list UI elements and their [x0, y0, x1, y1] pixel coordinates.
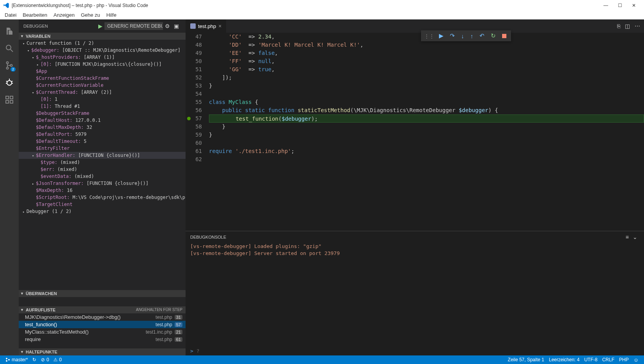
panel-clear-button[interactable]: ≡	[624, 234, 631, 240]
debug-sidebar-header: DEBUGGEN ▶ Generic Remote Debugg ▾ ⚙ ▣	[19, 19, 186, 33]
more-actions-button[interactable]: ⋯	[633, 21, 642, 31]
debug-continue-button[interactable]: ▶	[436, 32, 447, 40]
svg-point-4	[11, 65, 12, 67]
svg-rect-11	[6, 96, 9, 99]
vscode-icon	[3, 2, 9, 9]
activity-explorer[interactable]	[0, 23, 19, 40]
menu-file[interactable]: Datei	[2, 11, 19, 19]
status-problems[interactable]: ⊘ 0 ⚠ 0	[39, 357, 64, 362]
status-encoding[interactable]: UTF-8	[582, 357, 600, 362]
svg-point-5	[7, 81, 12, 85]
split-editor-button[interactable]: ◫	[623, 21, 632, 31]
debug-title: DEBUGGEN	[23, 24, 48, 28]
branch-icon	[5, 357, 10, 362]
svg-line-1	[11, 49, 13, 52]
callstack-section-header[interactable]: AUFRUFLISTE ANGEHALTEN FÜR STEP	[19, 306, 186, 313]
window-titlebar: [Extensionentwicklungshost] – test.php -…	[0, 0, 644, 11]
status-sync[interactable]: ↻	[30, 357, 39, 362]
files-icon	[5, 26, 14, 36]
svg-rect-12	[6, 100, 9, 103]
console-line: [vs-remote-debugger] Server started on p…	[190, 250, 639, 257]
status-indent[interactable]: Leerzeichen: 4	[547, 357, 582, 362]
callstack-state: ANGEHALTEN FÜR STEP	[136, 308, 182, 312]
debug-console-output[interactable]: [vs-remote-debugger] Loaded plugins: "gz…	[186, 243, 644, 346]
debug-step-back-button[interactable]: ↶	[476, 32, 488, 40]
scope-debugger[interactable]: Debugger (1 / 2)	[27, 209, 72, 214]
menu-help[interactable]: Hilfe	[103, 11, 120, 19]
debug-toolbar[interactable]: ⋮⋮ ▶ ↷ ↓ ↑ ↶ ↻	[421, 30, 511, 41]
svg-rect-13	[10, 100, 13, 103]
debug-restart-button[interactable]: ↻	[488, 32, 499, 40]
activity-search[interactable]	[0, 40, 19, 57]
menu-bar: Datei Bearbeiten Anzeigen Gehe zu Hilfe	[0, 11, 644, 19]
editor-area: test.php × ⎘ ◫ ⋯ 47484950515253545556575…	[186, 19, 644, 355]
activity-extensions[interactable]	[0, 91, 19, 108]
debug-start-button[interactable]: ▶	[96, 23, 104, 29]
editor-tab-label: test.php	[198, 23, 216, 29]
svg-rect-14	[10, 96, 13, 99]
debug-console-button[interactable]: ▣	[172, 23, 181, 29]
svg-rect-15	[190, 23, 196, 29]
status-language[interactable]: PHP	[617, 357, 631, 362]
php-file-icon	[190, 23, 196, 29]
scope-current-function[interactable]: Current function (1 / 2)	[27, 40, 94, 46]
debug-step-into-button[interactable]: ↓	[458, 32, 467, 40]
status-bar: master* ↻ ⊘ 0 ⚠ 0 Zeile 57, Spalte 1 Lee…	[0, 355, 644, 364]
activity-git[interactable]: 2	[0, 57, 19, 74]
status-cursor[interactable]: Zeile 57, Spalte 1	[506, 357, 547, 362]
toolbar-drag-handle-icon[interactable]: ⋮⋮	[423, 33, 436, 39]
menu-view[interactable]: Anzeigen	[50, 11, 78, 19]
status-feedback[interactable]: ☺	[631, 357, 641, 363]
svg-point-17	[6, 360, 7, 362]
status-git-branch[interactable]: master*	[3, 357, 30, 362]
svg-point-3	[7, 67, 9, 69]
editor-tab[interactable]: test.php ×	[186, 19, 226, 33]
compare-button[interactable]: ⎘	[616, 21, 622, 31]
svg-line-7	[6, 81, 7, 82]
editor-tabs: test.php × ⎘ ◫ ⋯	[186, 19, 644, 33]
git-changes-badge: 2	[11, 67, 16, 72]
debug-step-over-button[interactable]: ↷	[447, 32, 458, 40]
variables-section-header[interactable]: VARIABLEN	[19, 33, 186, 40]
activity-debug[interactable]	[0, 74, 19, 91]
variables-tree[interactable]: Current function (1 / 2) $debugger: [OBJ…	[19, 40, 186, 215]
callstack-frame[interactable]: MyClass::staticTestMethod() test1.inc.ph…	[19, 328, 186, 336]
callstack-frame[interactable]: test_function() test.php 57	[19, 321, 186, 328]
window-title: [Extensionentwicklungshost] – test.php -…	[12, 3, 599, 8]
debug-console-input[interactable]: > ?	[186, 346, 644, 355]
debug-settings-button[interactable]: ⚙	[163, 23, 172, 29]
debug-stop-button[interactable]	[499, 32, 510, 40]
status-eol[interactable]: CRLF	[600, 357, 617, 362]
window-maximize-button[interactable]: ☐	[613, 3, 627, 8]
tab-close-button[interactable]: ×	[218, 23, 221, 29]
svg-point-0	[6, 45, 11, 50]
window-minimize-button[interactable]: —	[599, 3, 613, 8]
bug-icon	[5, 78, 14, 87]
svg-point-18	[8, 359, 10, 360]
extensions-icon	[5, 95, 14, 104]
window-close-button[interactable]: ✕	[627, 3, 641, 8]
menu-go[interactable]: Gehe zu	[78, 11, 103, 19]
console-line: [vs-remote-debugger] Loaded plugins: "gz…	[190, 243, 639, 250]
svg-point-2	[7, 62, 9, 64]
search-icon	[5, 44, 14, 53]
panel-toggle-button[interactable]: ⌄	[631, 234, 639, 240]
activity-bar: 2	[0, 19, 19, 355]
svg-point-16	[6, 358, 7, 359]
debug-console-panel: DEBUGKONSOLE ≡ ⌄ [vs-remote-debugger] Lo…	[186, 231, 644, 355]
breakpoints-section-header[interactable]: HALTEPUNKTE	[19, 348, 186, 355]
callstack-frame[interactable]: MJK\Diagnostics\RemoteDebugger->dbg() te…	[19, 313, 186, 321]
code-editor[interactable]: 47484950515253545556575859606162 'CC' =>…	[186, 33, 644, 231]
debug-config-select[interactable]: Generic Remote Debugg ▾	[104, 22, 163, 30]
callstack-list: MJK\Diagnostics\RemoteDebugger->dbg() te…	[19, 313, 186, 343]
callstack-frame[interactable]: require test.php 61	[19, 336, 186, 343]
menu-edit[interactable]: Bearbeiten	[19, 11, 50, 19]
panel-tab-debugconsole[interactable]: DEBUGKONSOLE	[190, 235, 226, 239]
debug-sidebar: DEBUGGEN ▶ Generic Remote Debugg ▾ ⚙ ▣ V…	[19, 19, 186, 355]
debug-step-out-button[interactable]: ↑	[467, 32, 477, 40]
svg-line-8	[11, 81, 12, 82]
watch-section-header[interactable]: ÜBERWACHEN	[19, 290, 186, 297]
